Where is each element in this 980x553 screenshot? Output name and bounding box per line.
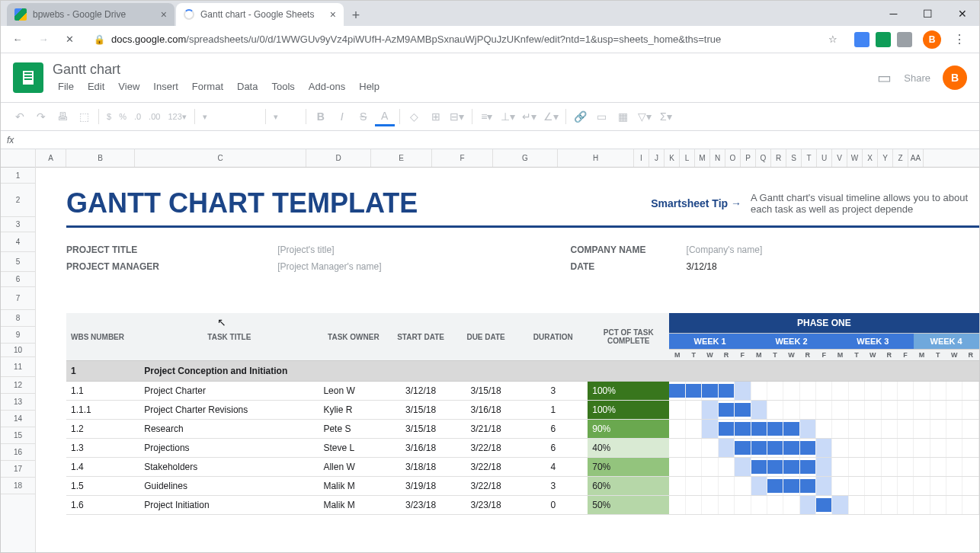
- filter-button[interactable]: ▽▾: [635, 107, 655, 126]
- extension-icon[interactable]: [854, 32, 870, 47]
- column-header[interactable]: G: [493, 149, 558, 167]
- fill-color-button[interactable]: ◇: [405, 107, 424, 126]
- undo-button[interactable]: ↶: [10, 107, 30, 126]
- decrease-decimal-button[interactable]: .0: [131, 112, 144, 121]
- extension-icon[interactable]: [876, 32, 891, 47]
- column-header[interactable]: X: [863, 149, 878, 167]
- column-header[interactable]: R: [771, 149, 786, 167]
- column-header[interactable]: L: [680, 149, 695, 167]
- column-header[interactable]: W: [847, 149, 863, 167]
- row-header[interactable]: 1: [1, 168, 35, 184]
- row-header[interactable]: 8: [1, 310, 35, 327]
- close-icon[interactable]: ×: [330, 8, 336, 21]
- project-title-value[interactable]: [Project's title]: [277, 245, 570, 255]
- comment-button[interactable]: ▭: [592, 107, 612, 126]
- font-size-dropdown[interactable]: ▾: [271, 112, 301, 122]
- print-button[interactable]: 🖶: [53, 107, 72, 126]
- smartsheet-tip-link[interactable]: Smartsheet Tip →: [651, 197, 741, 209]
- select-all-corner[interactable]: [1, 149, 35, 168]
- column-header[interactable]: U: [817, 149, 832, 167]
- browser-menu-button[interactable]: ⋮: [946, 32, 973, 46]
- user-avatar[interactable]: B: [943, 66, 967, 90]
- column-header[interactable]: K: [665, 149, 680, 167]
- number-format-dropdown[interactable]: 123 ▾: [165, 112, 189, 122]
- profile-avatar[interactable]: B: [923, 30, 941, 49]
- column-header[interactable]: C: [135, 149, 306, 167]
- share-button[interactable]: Share: [904, 72, 930, 84]
- column-header[interactable]: V: [832, 149, 847, 167]
- link-button[interactable]: 🔗: [571, 107, 591, 126]
- spreadsheet-grid[interactable]: 123456789101112131415161718 ABCDEFGHIJKL…: [1, 149, 979, 553]
- url-input[interactable]: 🔒 docs.google.com/spreadsheets/u/0/d/1WW…: [85, 29, 818, 50]
- percent-button[interactable]: %: [116, 112, 130, 121]
- column-header[interactable]: M: [695, 149, 710, 167]
- row-header[interactable]: 5: [1, 252, 35, 272]
- row-header[interactable]: 15: [1, 427, 35, 444]
- menu-file[interactable]: File: [53, 79, 79, 94]
- close-icon[interactable]: ×: [161, 8, 167, 21]
- column-header[interactable]: I: [634, 149, 649, 167]
- row-header[interactable]: 17: [1, 461, 35, 478]
- row-header[interactable]: 13: [1, 394, 35, 411]
- row-header[interactable]: 9: [1, 327, 35, 344]
- browser-tab-sheets[interactable]: Gantt chart - Google Sheets ×: [176, 3, 344, 26]
- new-tab-button[interactable]: +: [345, 5, 367, 26]
- row-header[interactable]: 3: [1, 217, 35, 232]
- bold-button[interactable]: B: [311, 107, 331, 126]
- merge-button[interactable]: ⊟▾: [447, 107, 467, 126]
- comments-icon[interactable]: ▭: [877, 69, 892, 87]
- column-header[interactable]: Q: [756, 149, 771, 167]
- menu-help[interactable]: Help: [354, 79, 385, 94]
- column-header[interactable]: E: [371, 149, 432, 167]
- close-window-button[interactable]: ✕: [945, 1, 979, 26]
- row-header[interactable]: 11: [1, 357, 35, 377]
- menu-view[interactable]: View: [113, 79, 145, 94]
- h-align-button[interactable]: ≡▾: [477, 107, 497, 126]
- column-header[interactable]: P: [741, 149, 756, 167]
- company-value[interactable]: [Company's name]: [687, 245, 979, 255]
- row-header[interactable]: 18: [1, 478, 35, 494]
- column-header[interactable]: S: [786, 149, 802, 167]
- column-header[interactable]: AA: [908, 149, 924, 167]
- menu-addons[interactable]: Add-ons: [303, 79, 351, 94]
- strikethrough-button[interactable]: S: [354, 107, 373, 126]
- row-header[interactable]: 14: [1, 411, 35, 427]
- column-header[interactable]: J: [649, 149, 665, 167]
- row-header[interactable]: 12: [1, 377, 35, 394]
- row-header[interactable]: 6: [1, 272, 35, 287]
- paint-format-button[interactable]: ⬚: [74, 107, 94, 126]
- document-title[interactable]: Gantt chart: [53, 62, 877, 78]
- maximize-button[interactable]: ☐: [911, 1, 945, 26]
- currency-button[interactable]: $: [104, 112, 114, 121]
- drive-extension-icon[interactable]: [897, 32, 912, 47]
- chart-button[interactable]: ▦: [613, 107, 633, 126]
- column-header[interactable]: N: [710, 149, 725, 167]
- italic-button[interactable]: I: [332, 107, 352, 126]
- date-value[interactable]: 3/12/18: [687, 261, 979, 272]
- browser-tab-drive[interactable]: bpwebs - Google Drive ×: [7, 3, 175, 26]
- star-icon[interactable]: ☆: [822, 29, 844, 50]
- column-header[interactable]: A: [36, 149, 66, 167]
- column-header[interactable]: H: [558, 149, 634, 167]
- row-header[interactable]: 10: [1, 344, 35, 357]
- column-header[interactable]: Z: [893, 149, 908, 167]
- row-header[interactable]: 2: [1, 184, 35, 217]
- borders-button[interactable]: ⊞: [426, 107, 446, 126]
- functions-button[interactable]: Σ▾: [656, 107, 676, 126]
- row-header[interactable]: 16: [1, 444, 35, 461]
- formula-bar[interactable]: fx: [1, 131, 979, 149]
- sheets-logo-icon[interactable]: [13, 62, 43, 93]
- stop-button[interactable]: ✕: [59, 29, 80, 50]
- column-header[interactable]: D: [306, 149, 371, 167]
- column-header[interactable]: B: [66, 149, 135, 167]
- font-dropdown[interactable]: ▾: [200, 112, 261, 122]
- project-manager-value[interactable]: [Project Manager's name]: [277, 261, 570, 272]
- row-header[interactable]: 4: [1, 232, 35, 252]
- v-align-button[interactable]: ⊥▾: [498, 107, 518, 126]
- menu-data[interactable]: Data: [232, 79, 263, 94]
- menu-edit[interactable]: Edit: [82, 79, 110, 94]
- rotate-button[interactable]: ∠▾: [541, 107, 561, 126]
- column-header[interactable]: Y: [878, 149, 893, 167]
- text-color-button[interactable]: A: [375, 107, 395, 126]
- column-header[interactable]: T: [802, 149, 817, 167]
